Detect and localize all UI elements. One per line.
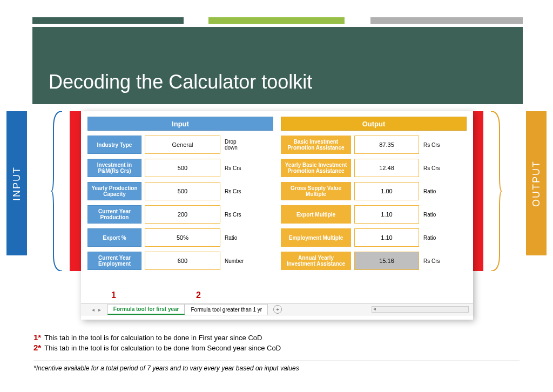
- tab-first-year-label: Formula tool for first year: [113, 306, 179, 312]
- input-header: Input: [87, 117, 273, 131]
- field-label: Yearly Basic Investment Promotion Assist…: [281, 159, 351, 177]
- field-value[interactable]: 600: [145, 252, 220, 270]
- field-unit: Ratio: [220, 235, 246, 241]
- field-unit: Rs Crs: [220, 188, 246, 194]
- tab-gt-1yr[interactable]: Formula tool greater than 1 yr: [185, 304, 268, 315]
- field-value[interactable]: 1.10: [354, 228, 419, 247]
- input-column: Input Industry TypeGeneralDrop downInves…: [87, 117, 273, 270]
- field-label: Export %: [87, 228, 141, 247]
- sheet-tab-bar: ◂ ▸ Formula tool for first year Formula …: [81, 303, 473, 315]
- field-label: Current Year Production: [87, 205, 141, 224]
- output-tag: OUTPUT: [526, 111, 547, 255]
- tab-first-year[interactable]: Formula tool for first year: [107, 304, 185, 315]
- field-row: Industry TypeGeneralDrop down: [87, 136, 273, 154]
- field-label: Annual Yearly Investment Assistance: [281, 252, 351, 270]
- output-column: Output Basic Investment Promotion Assist…: [281, 117, 467, 270]
- field-unit: Rs Crs: [220, 212, 246, 218]
- field-row: Employment Multiple1.10Ratio: [281, 228, 467, 247]
- field-value[interactable]: 50%: [145, 228, 220, 247]
- input-tag: INPUT: [6, 111, 27, 255]
- field-value[interactable]: 500: [145, 182, 220, 200]
- field-value[interactable]: 500: [145, 159, 220, 177]
- legend-text-2: This tab in the tool is for calculation …: [44, 344, 281, 352]
- field-value[interactable]: 1.10: [354, 205, 419, 224]
- field-unit: Rs Crs: [220, 165, 246, 171]
- field-unit: Drop down: [220, 139, 246, 151]
- bracket-left-icon: [51, 111, 64, 271]
- field-value[interactable]: 87.35: [354, 136, 419, 154]
- add-sheet-icon[interactable]: +: [273, 305, 282, 314]
- field-value[interactable]: 12.48: [354, 159, 419, 177]
- field-label: Gross Supply Value Multiple: [281, 182, 351, 200]
- bracket-right-icon: [489, 111, 502, 271]
- field-row: Current Year Employment600Number: [87, 252, 273, 270]
- callout-1: 1: [111, 290, 116, 300]
- callout-2: 2: [196, 290, 201, 300]
- field-value[interactable]: General: [145, 136, 220, 154]
- header-stripe-green: [32, 17, 184, 24]
- field-row: Yearly Basic Investment Promotion Assist…: [281, 159, 467, 177]
- disclaimer: *Incentive available for a total period …: [33, 361, 520, 372]
- sheet-nav-icons[interactable]: ◂ ▸: [92, 307, 102, 313]
- field-unit: Number: [220, 258, 246, 264]
- tab-gt-1yr-label: Formula tool greater than 1 yr: [191, 307, 262, 313]
- output-tag-label: OUTPUT: [531, 160, 542, 207]
- field-row: Current Year Production200Rs Crs: [87, 205, 273, 224]
- output-header: Output: [281, 117, 467, 131]
- field-label: Basic Investment Promotion Assistance: [281, 136, 351, 154]
- field-row: Gross Supply Value Multiple1.00Ratio: [281, 182, 467, 200]
- tab-number-callouts: 1 2: [111, 290, 201, 300]
- field-unit: Rs Crs: [419, 165, 445, 171]
- field-label: Export Multiple: [281, 205, 351, 224]
- legend-text-1: This tab in the tool is for calculation …: [44, 334, 262, 342]
- header-stripe-lime: [208, 17, 345, 24]
- legend: 1*This tab in the tool is for calculatio…: [33, 333, 520, 353]
- field-row: Annual Yearly Investment Assistance15.16…: [281, 252, 467, 270]
- field-label: Current Year Employment: [87, 252, 141, 270]
- field-unit: Rs Crs: [419, 258, 445, 264]
- field-label: Industry Type: [87, 136, 141, 154]
- title-bar: Decoding the Calculator toolkit: [32, 27, 523, 104]
- horizontal-scrollbar[interactable]: [372, 306, 469, 313]
- field-row: Export %50%Ratio: [87, 228, 273, 247]
- field-row: Export Multiple1.10Ratio: [281, 205, 467, 224]
- field-label: Investment in P&M(Rs Crs): [87, 159, 141, 177]
- field-unit: Rs Crs: [419, 142, 445, 148]
- field-value[interactable]: 200: [145, 205, 220, 224]
- field-label: Yearly Production Capacity: [87, 182, 141, 200]
- header-stripe-grey: [370, 17, 523, 24]
- field-value[interactable]: 1.00: [354, 182, 419, 200]
- field-label: Employment Multiple: [281, 228, 351, 247]
- excel-screenshot: Input Industry TypeGeneralDrop downInves…: [81, 111, 473, 320]
- field-unit: Ratio: [419, 235, 445, 241]
- input-tag-label: INPUT: [11, 166, 23, 201]
- field-unit: Ratio: [419, 188, 445, 194]
- field-row: Investment in P&M(Rs Crs)500Rs Crs: [87, 159, 273, 177]
- legend-key-1: 1*: [33, 333, 41, 342]
- legend-key-2: 2*: [33, 343, 41, 352]
- field-row: Yearly Production Capacity500Rs Crs: [87, 182, 273, 200]
- field-row: Basic Investment Promotion Assistance87.…: [281, 136, 467, 154]
- page-title: Decoding the Calculator toolkit: [49, 71, 312, 93]
- field-unit: Ratio: [419, 212, 445, 218]
- field-value[interactable]: 15.16: [354, 252, 419, 270]
